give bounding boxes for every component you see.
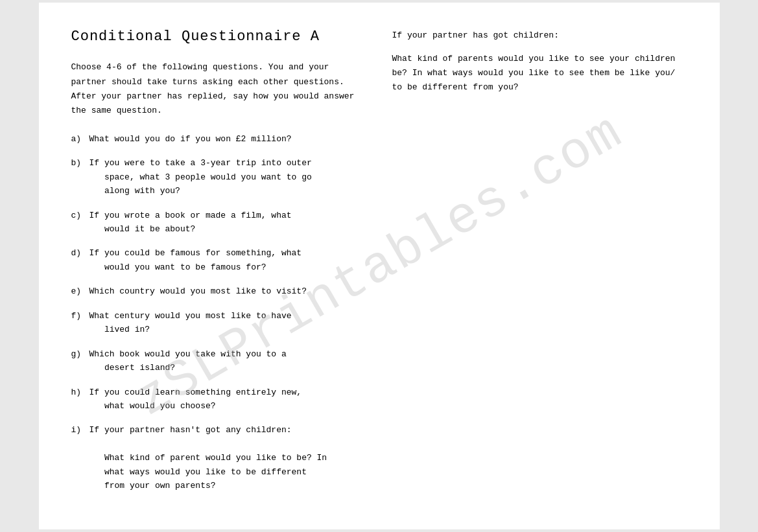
list-item: h)If you could learn something entirely … (71, 386, 366, 413)
list-item: c)If you wrote a book or made a film, wh… (71, 209, 366, 237)
intro-text: Choose 4-6 of the following questions. Y… (71, 60, 366, 117)
question-text: What century would you most like to have… (89, 309, 366, 337)
right-section-body: What kind of parents would you like to s… (392, 52, 687, 95)
list-item: f)What century would you most like to ha… (71, 309, 366, 337)
question-label: g) (71, 347, 89, 361)
question-label: e) (71, 284, 89, 298)
list-item: b)If you were to take a 3-year trip into… (71, 156, 366, 198)
right-condition-title: If your partner has got children: (392, 29, 687, 42)
right-column: If your partner has got children: What k… (392, 29, 687, 503)
list-item: i)If your partner hasn't got any childre… (71, 423, 366, 492)
left-column: Conditional Questionnaire A Choose 4-6 o… (71, 29, 366, 503)
list-item: a)What would you do if you won £2 millio… (71, 132, 366, 146)
question-text: If you wrote a book or made a film, what… (89, 209, 366, 237)
question-label: i) (71, 423, 89, 437)
question-label: h) (71, 386, 89, 399)
question-text: If you were to take a 3-year trip into o… (89, 156, 366, 198)
question-label: b) (71, 156, 89, 170)
page-title: Conditional Questionnaire A (71, 29, 366, 45)
question-label: c) (71, 209, 89, 222)
question-label: d) (71, 246, 89, 260)
question-label: a) (71, 132, 89, 146)
question-text: Which country would you most like to vis… (89, 284, 366, 298)
question-label: f) (71, 309, 89, 323)
question-text: If you could learn something entirely ne… (89, 386, 366, 413)
question-text: If your partner hasn't got any children:… (89, 423, 366, 492)
page: zSLPrintables.com Conditional Questionna… (39, 3, 720, 529)
question-text: What would you do if you won £2 million? (89, 132, 366, 146)
question-text: If you could be famous for something, wh… (89, 246, 366, 274)
list-item: e)Which country would you most like to v… (71, 284, 366, 298)
question-text: Which book would you take with you to a … (89, 347, 366, 375)
list-item: d)If you could be famous for something, … (71, 246, 366, 274)
list-item: g)Which book would you take with you to … (71, 347, 366, 375)
question-list: a)What would you do if you won £2 millio… (71, 132, 366, 493)
